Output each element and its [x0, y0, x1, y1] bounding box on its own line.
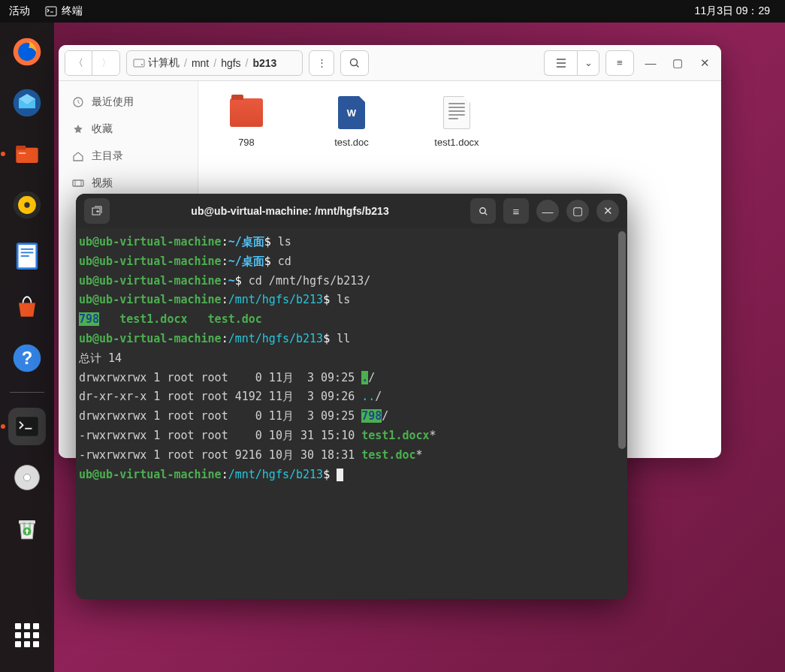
dock-help[interactable]: ? [8, 339, 46, 377]
file-item-doc[interactable]: Wtest.doc [322, 95, 382, 148]
terminal-menu-button[interactable]: ≡ [503, 198, 529, 224]
dock-terminal[interactable] [8, 408, 46, 445]
terminal-line: ub@ub-virtual-machine:~/桌面$ cd [79, 252, 624, 272]
terminal-toolbar: ub@ub-virtual-machine: /mnt/hgfs/b213 ≡ … [76, 194, 627, 228]
dock-rhythmbox[interactable] [8, 186, 46, 224]
new-tab-icon [91, 205, 103, 217]
folder-icon [230, 98, 263, 127]
disk-icon [133, 57, 145, 69]
terminal-body[interactable]: ub@ub-virtual-machine:~/桌面$ lsub@ub-virt… [76, 228, 627, 599]
nav-buttons: 〈 〉 [65, 50, 120, 76]
terminal-line: ub@ub-virtual-machine:/mnt/hgfs/b213$ [79, 466, 624, 485]
sidebar-item-starred[interactable]: 收藏 [59, 116, 198, 143]
search-icon [349, 57, 361, 69]
maximize-button[interactable]: ▢ [667, 53, 688, 74]
svg-point-19 [23, 474, 30, 481]
svg-rect-17 [16, 417, 38, 436]
list-icon [555, 58, 567, 68]
home-icon [72, 150, 84, 162]
terminal-minimize-button[interactable]: — [536, 200, 559, 222]
svg-rect-26 [73, 180, 83, 186]
path-bar[interactable]: 计算机 / mnt / hgfs / b213 [126, 50, 303, 76]
terminal-title: ub@ub-virtual-machine: /mnt/hgfs/b213 [112, 205, 468, 217]
view-switcher: ⌄ [544, 50, 599, 76]
terminal-search-button[interactable] [470, 198, 496, 224]
text-doc-icon [443, 96, 470, 129]
svg-point-24 [351, 59, 358, 65]
sidebar-item-home[interactable]: 主目录 [59, 143, 198, 170]
terminal-maximize-button[interactable]: ▢ [566, 200, 589, 222]
files-toolbar: 〈 〉 计算机 / mnt / hgfs / b213 ⋮ ⌄ ≡ — ▢ ✕ [59, 45, 721, 81]
sidebar-item-videos[interactable]: 视频 [59, 170, 198, 197]
svg-point-23 [141, 64, 143, 65]
dock-files[interactable] [8, 135, 46, 173]
search-icon [478, 206, 489, 217]
star-icon [72, 123, 84, 135]
terminal-line: dr-xr-xr-x 1 root root 4192 11月 3 09:26 … [79, 387, 624, 407]
svg-rect-6 [19, 152, 26, 154]
search-button[interactable] [340, 50, 369, 76]
terminal-line: -rwxrwxrwx 1 root root 0 10月 31 15:10 te… [79, 426, 624, 446]
terminal-line: ub@ub-virtual-machine:/mnt/hgfs/b213$ ll [79, 330, 624, 349]
dock-software[interactable] [8, 288, 46, 326]
terminal-close-button[interactable]: ✕ [596, 200, 619, 222]
svg-text:?: ? [22, 348, 33, 368]
scrollbar[interactable] [618, 231, 626, 596]
list-view-button[interactable] [544, 50, 577, 76]
close-button[interactable]: ✕ [694, 53, 715, 74]
video-icon [72, 177, 84, 189]
minimize-button[interactable]: — [640, 53, 661, 74]
app-menu[interactable]: 终端 [45, 5, 83, 18]
terminal-small-icon [45, 5, 57, 17]
dock: ? [0, 23, 54, 672]
clock[interactable]: 11月3日 09：29 [695, 5, 770, 18]
back-button[interactable]: 〈 [65, 51, 92, 75]
sidebar-item-recent[interactable]: 最近使用 [59, 89, 198, 116]
dock-writer[interactable] [8, 237, 46, 275]
file-item-docx[interactable]: test1.docx [427, 95, 487, 148]
dock-disk[interactable] [8, 459, 46, 496]
svg-point-9 [24, 202, 29, 207]
terminal-window: ub@ub-virtual-machine: /mnt/hgfs/b213 ≡ … [76, 194, 627, 599]
svg-rect-0 [46, 7, 56, 16]
dock-firefox[interactable] [8, 33, 46, 71]
path-menu-button[interactable]: ⋮ [309, 50, 334, 76]
view-dropdown-button[interactable]: ⌄ [577, 50, 599, 76]
svg-rect-4 [16, 148, 38, 163]
svg-rect-14 [21, 255, 29, 257]
terminal-line: ub@ub-virtual-machine:~/桌面$ ls [79, 233, 624, 252]
svg-rect-22 [134, 59, 144, 67]
top-bar: 活动 终端 11月3日 09：29 [0, 0, 785, 23]
activities-button[interactable]: 活动 [9, 5, 30, 18]
terminal-line: drwxrwxrwx 1 root root 0 11月 3 09:25 ./ [79, 369, 624, 388]
svg-rect-20 [19, 520, 35, 524]
terminal-line: ub@ub-virtual-machine:/mnt/hgfs/b213$ ls [79, 291, 624, 310]
clock-icon [72, 96, 84, 108]
svg-rect-5 [16, 146, 26, 150]
file-item-folder[interactable]: 798 [216, 95, 276, 148]
svg-rect-13 [21, 252, 34, 254]
svg-rect-12 [21, 249, 34, 250]
dock-thunderbird[interactable] [8, 84, 46, 122]
svg-point-28 [479, 207, 485, 213]
scrollbar-thumb[interactable] [618, 231, 626, 449]
hamburger-button[interactable]: ≡ [605, 50, 634, 76]
forward-button[interactable]: 〉 [92, 51, 119, 75]
terminal-line: drwxrwxrwx 1 root root 0 11月 3 09:25 798… [79, 407, 624, 426]
terminal-line: 798 test1.docx test.doc [79, 310, 624, 330]
terminal-line: 总计 14 [79, 349, 624, 369]
dock-separator [10, 392, 44, 393]
new-tab-button[interactable] [84, 198, 110, 224]
dock-show-apps[interactable] [8, 616, 46, 654]
word-doc-icon: W [338, 96, 365, 129]
terminal-line: ub@ub-virtual-machine:~$ cd /mnt/hgfs/b2… [79, 272, 624, 291]
terminal-line: -rwxrwxrwx 1 root root 9216 10月 30 18:31… [79, 446, 624, 466]
dock-trash[interactable] [8, 510, 46, 547]
